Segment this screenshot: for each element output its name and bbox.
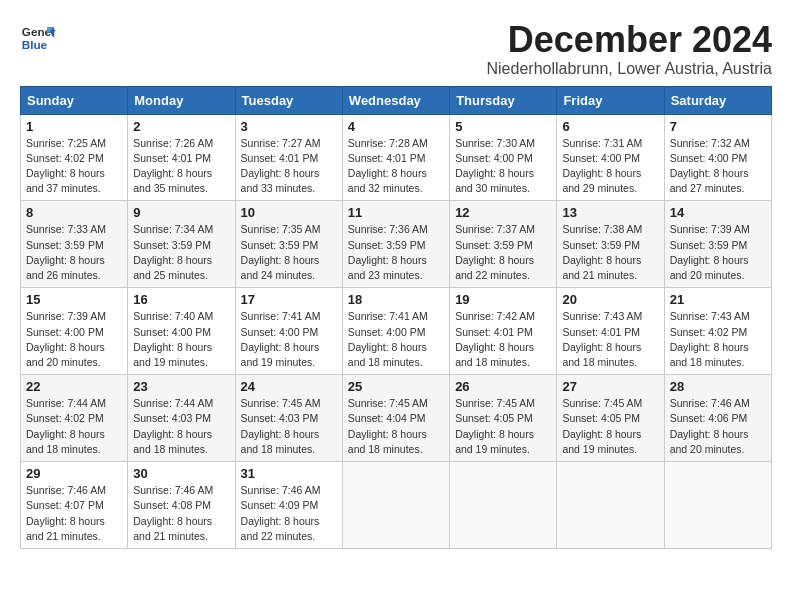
day-info: Sunrise: 7:31 AMSunset: 4:00 PMDaylight:…	[562, 137, 642, 195]
calendar-cell: 12 Sunrise: 7:37 AMSunset: 3:59 PMDaylig…	[450, 201, 557, 288]
header-wednesday: Wednesday	[342, 86, 449, 114]
svg-text:Blue: Blue	[22, 38, 48, 51]
day-number: 16	[133, 292, 229, 307]
day-info: Sunrise: 7:45 AMSunset: 4:05 PMDaylight:…	[455, 397, 535, 455]
week-row-3: 15 Sunrise: 7:39 AMSunset: 4:00 PMDaylig…	[21, 288, 772, 375]
day-number: 6	[562, 119, 658, 134]
logo: General Blue	[20, 20, 56, 56]
calendar-cell: 24 Sunrise: 7:45 AMSunset: 4:03 PMDaylig…	[235, 375, 342, 462]
calendar-subtitle: Niederhollabrunn, Lower Austria, Austria	[487, 60, 773, 78]
day-info: Sunrise: 7:40 AMSunset: 4:00 PMDaylight:…	[133, 310, 213, 368]
calendar-cell: 9 Sunrise: 7:34 AMSunset: 3:59 PMDayligh…	[128, 201, 235, 288]
calendar-cell: 3 Sunrise: 7:27 AMSunset: 4:01 PMDayligh…	[235, 114, 342, 201]
calendar-cell	[342, 462, 449, 549]
day-info: Sunrise: 7:42 AMSunset: 4:01 PMDaylight:…	[455, 310, 535, 368]
day-number: 9	[133, 205, 229, 220]
title-block: December 2024 Niederhollabrunn, Lower Au…	[487, 20, 773, 78]
day-info: Sunrise: 7:26 AMSunset: 4:01 PMDaylight:…	[133, 137, 213, 195]
day-info: Sunrise: 7:44 AMSunset: 4:03 PMDaylight:…	[133, 397, 213, 455]
calendar-cell: 6 Sunrise: 7:31 AMSunset: 4:00 PMDayligh…	[557, 114, 664, 201]
day-number: 13	[562, 205, 658, 220]
day-number: 28	[670, 379, 766, 394]
week-row-2: 8 Sunrise: 7:33 AMSunset: 3:59 PMDayligh…	[21, 201, 772, 288]
day-number: 22	[26, 379, 122, 394]
calendar-cell: 2 Sunrise: 7:26 AMSunset: 4:01 PMDayligh…	[128, 114, 235, 201]
calendar-cell: 26 Sunrise: 7:45 AMSunset: 4:05 PMDaylig…	[450, 375, 557, 462]
day-info: Sunrise: 7:41 AMSunset: 4:00 PMDaylight:…	[241, 310, 321, 368]
calendar-cell: 30 Sunrise: 7:46 AMSunset: 4:08 PMDaylig…	[128, 462, 235, 549]
calendar-cell: 23 Sunrise: 7:44 AMSunset: 4:03 PMDaylig…	[128, 375, 235, 462]
calendar-cell	[450, 462, 557, 549]
week-row-4: 22 Sunrise: 7:44 AMSunset: 4:02 PMDaylig…	[21, 375, 772, 462]
day-info: Sunrise: 7:43 AMSunset: 4:01 PMDaylight:…	[562, 310, 642, 368]
day-number: 23	[133, 379, 229, 394]
calendar-cell: 1 Sunrise: 7:25 AMSunset: 4:02 PMDayligh…	[21, 114, 128, 201]
header-friday: Friday	[557, 86, 664, 114]
calendar-cell: 5 Sunrise: 7:30 AMSunset: 4:00 PMDayligh…	[450, 114, 557, 201]
day-number: 30	[133, 466, 229, 481]
calendar-cell	[664, 462, 771, 549]
header-thursday: Thursday	[450, 86, 557, 114]
week-row-1: 1 Sunrise: 7:25 AMSunset: 4:02 PMDayligh…	[21, 114, 772, 201]
day-number: 5	[455, 119, 551, 134]
calendar-cell: 18 Sunrise: 7:41 AMSunset: 4:00 PMDaylig…	[342, 288, 449, 375]
calendar-cell: 15 Sunrise: 7:39 AMSunset: 4:00 PMDaylig…	[21, 288, 128, 375]
day-number: 31	[241, 466, 337, 481]
day-number: 27	[562, 379, 658, 394]
header-sunday: Sunday	[21, 86, 128, 114]
day-info: Sunrise: 7:25 AMSunset: 4:02 PMDaylight:…	[26, 137, 106, 195]
calendar-cell: 20 Sunrise: 7:43 AMSunset: 4:01 PMDaylig…	[557, 288, 664, 375]
calendar-cell: 7 Sunrise: 7:32 AMSunset: 4:00 PMDayligh…	[664, 114, 771, 201]
day-info: Sunrise: 7:30 AMSunset: 4:00 PMDaylight:…	[455, 137, 535, 195]
day-info: Sunrise: 7:41 AMSunset: 4:00 PMDaylight:…	[348, 310, 428, 368]
day-number: 18	[348, 292, 444, 307]
calendar-cell: 29 Sunrise: 7:46 AMSunset: 4:07 PMDaylig…	[21, 462, 128, 549]
day-number: 14	[670, 205, 766, 220]
day-info: Sunrise: 7:46 AMSunset: 4:06 PMDaylight:…	[670, 397, 750, 455]
day-info: Sunrise: 7:46 AMSunset: 4:07 PMDaylight:…	[26, 484, 106, 542]
day-number: 10	[241, 205, 337, 220]
day-info: Sunrise: 7:34 AMSunset: 3:59 PMDaylight:…	[133, 223, 213, 281]
day-info: Sunrise: 7:32 AMSunset: 4:00 PMDaylight:…	[670, 137, 750, 195]
calendar-cell: 31 Sunrise: 7:46 AMSunset: 4:09 PMDaylig…	[235, 462, 342, 549]
calendar-cell: 27 Sunrise: 7:45 AMSunset: 4:05 PMDaylig…	[557, 375, 664, 462]
day-number: 24	[241, 379, 337, 394]
day-number: 12	[455, 205, 551, 220]
day-info: Sunrise: 7:39 AMSunset: 4:00 PMDaylight:…	[26, 310, 106, 368]
day-info: Sunrise: 7:45 AMSunset: 4:05 PMDaylight:…	[562, 397, 642, 455]
calendar-cell: 13 Sunrise: 7:38 AMSunset: 3:59 PMDaylig…	[557, 201, 664, 288]
day-info: Sunrise: 7:46 AMSunset: 4:09 PMDaylight:…	[241, 484, 321, 542]
day-info: Sunrise: 7:43 AMSunset: 4:02 PMDaylight:…	[670, 310, 750, 368]
calendar-cell: 14 Sunrise: 7:39 AMSunset: 3:59 PMDaylig…	[664, 201, 771, 288]
calendar-cell: 25 Sunrise: 7:45 AMSunset: 4:04 PMDaylig…	[342, 375, 449, 462]
day-number: 19	[455, 292, 551, 307]
day-number: 7	[670, 119, 766, 134]
calendar-cell: 21 Sunrise: 7:43 AMSunset: 4:02 PMDaylig…	[664, 288, 771, 375]
header-monday: Monday	[128, 86, 235, 114]
calendar-cell: 28 Sunrise: 7:46 AMSunset: 4:06 PMDaylig…	[664, 375, 771, 462]
calendar-cell: 10 Sunrise: 7:35 AMSunset: 3:59 PMDaylig…	[235, 201, 342, 288]
calendar-cell: 22 Sunrise: 7:44 AMSunset: 4:02 PMDaylig…	[21, 375, 128, 462]
day-number: 26	[455, 379, 551, 394]
day-number: 2	[133, 119, 229, 134]
calendar-cell	[557, 462, 664, 549]
day-info: Sunrise: 7:33 AMSunset: 3:59 PMDaylight:…	[26, 223, 106, 281]
calendar-cell: 11 Sunrise: 7:36 AMSunset: 3:59 PMDaylig…	[342, 201, 449, 288]
day-info: Sunrise: 7:45 AMSunset: 4:03 PMDaylight:…	[241, 397, 321, 455]
day-info: Sunrise: 7:35 AMSunset: 3:59 PMDaylight:…	[241, 223, 321, 281]
day-info: Sunrise: 7:46 AMSunset: 4:08 PMDaylight:…	[133, 484, 213, 542]
day-number: 29	[26, 466, 122, 481]
day-number: 3	[241, 119, 337, 134]
page-header: General Blue December 2024 Niederhollabr…	[20, 20, 772, 78]
day-number: 17	[241, 292, 337, 307]
day-info: Sunrise: 7:44 AMSunset: 4:02 PMDaylight:…	[26, 397, 106, 455]
logo-icon: General Blue	[20, 20, 56, 56]
day-info: Sunrise: 7:39 AMSunset: 3:59 PMDaylight:…	[670, 223, 750, 281]
day-number: 15	[26, 292, 122, 307]
day-number: 25	[348, 379, 444, 394]
calendar-cell: 17 Sunrise: 7:41 AMSunset: 4:00 PMDaylig…	[235, 288, 342, 375]
day-number: 11	[348, 205, 444, 220]
header-row: SundayMondayTuesdayWednesdayThursdayFrid…	[21, 86, 772, 114]
day-number: 20	[562, 292, 658, 307]
calendar-cell: 16 Sunrise: 7:40 AMSunset: 4:00 PMDaylig…	[128, 288, 235, 375]
